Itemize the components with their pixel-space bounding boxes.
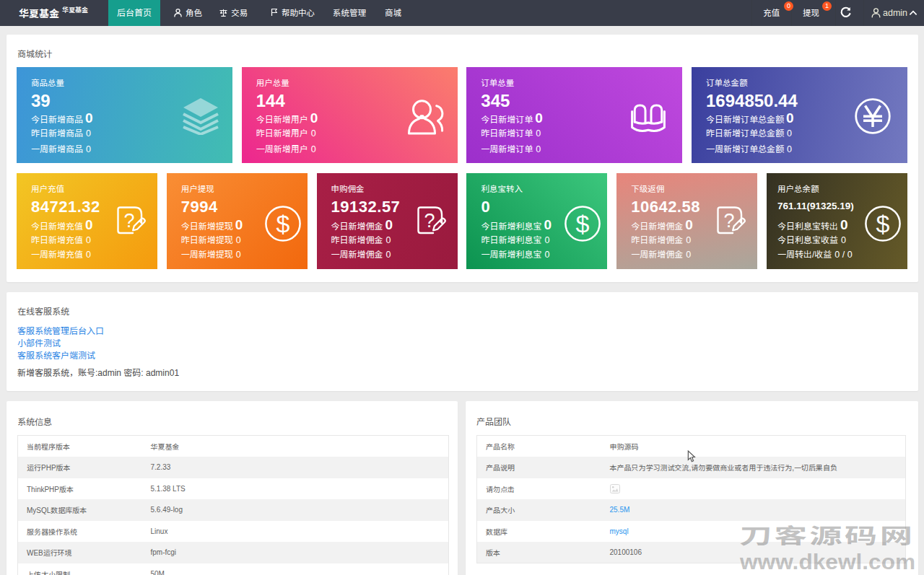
svg-text:$: $ xyxy=(576,210,590,237)
svg-text:$: $ xyxy=(276,210,289,237)
svg-text:$: $ xyxy=(876,210,890,237)
